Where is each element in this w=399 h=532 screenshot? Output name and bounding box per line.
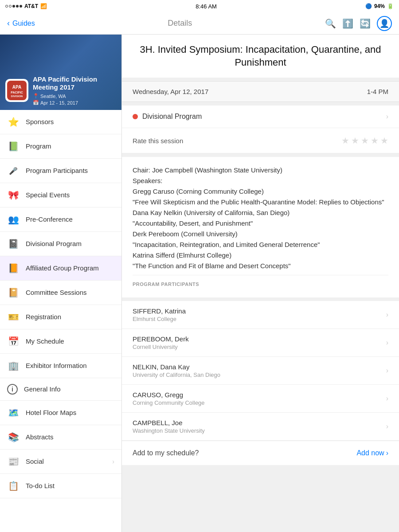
participant-info-3: CARUSO, Gregg Corning Community College <box>133 391 205 406</box>
participant-name-1: PEREBOOM, Derk <box>133 335 189 343</box>
app-location: 📍 Seattle, WA <box>33 93 116 99</box>
sidebar-item-my-schedule[interactable]: 📅 My Schedule <box>0 329 121 354</box>
battery-label: 94% <box>374 3 385 9</box>
star-3-icon[interactable]: ★ <box>361 135 369 146</box>
sidebar-item-todo[interactable]: 📋 To-do List <box>0 474 121 498</box>
exhibitor-icon: 🏢 <box>7 360 20 372</box>
participant-chevron-0: › <box>386 311 388 319</box>
search-icon[interactable]: 🔍 <box>325 18 336 29</box>
divisional-program-label: Divisional Program <box>26 240 82 248</box>
hotel-maps-label: Hotel Floor Maps <box>26 409 76 417</box>
participant-info-1: PEREBOOM, Derk Cornell University <box>133 335 189 350</box>
participant-info-0: SIFFERD, Katrina Elmhurst College <box>133 307 186 322</box>
status-time: 8:46 AM <box>196 3 217 10</box>
special-events-icon: 🎀 <box>7 189 20 201</box>
app-header: APA PACIFIC DIVISION APA Pacific Divisio… <box>0 35 121 110</box>
app-info: APA Pacific Division Meeting 2017 📍 Seat… <box>33 75 116 106</box>
session-date: Wednesday, Apr 12, 2017 <box>133 88 208 95</box>
back-label[interactable]: Guides <box>12 20 35 27</box>
sponsors-icon: ⭐ <box>7 116 20 128</box>
calendar-icon: 📅 <box>33 100 39 106</box>
sidebar-item-registration[interactable]: 🎫 Registration <box>0 305 121 329</box>
add-now-label[interactable]: Add now <box>356 449 384 457</box>
rate-row: Rate this session ★ ★ ★ ★ ★ <box>122 128 399 153</box>
participant-affil-3: Corning Community College <box>133 399 205 406</box>
profile-icon[interactable]: 👤 <box>377 16 392 31</box>
wifi-icon: 📶 <box>40 3 47 9</box>
program-participants-icon: 🎤 <box>7 164 20 177</box>
svg-text:DIVISION: DIVISION <box>11 95 23 98</box>
participant-row-0[interactable]: SIFFERD, Katrina Elmhurst College › <box>122 301 399 329</box>
social-icon: 📰 <box>7 455 20 468</box>
star-rating[interactable]: ★ ★ ★ ★ ★ <box>341 135 388 146</box>
back-button[interactable]: ‹ Guides <box>7 19 35 28</box>
sidebar-item-sponsors[interactable]: ⭐ Sponsors <box>0 110 121 134</box>
app-dates: 📅 Apr 12 - 15, 2017 <box>33 100 116 106</box>
divisional-program-row[interactable]: Divisional Program › <box>122 106 399 128</box>
description-text: Chair: Joe Campbell (Washington State Un… <box>133 165 388 271</box>
sidebar-item-affiliated-group[interactable]: 📙 Affiliated Group Program <box>0 256 121 281</box>
participant-info-2: NELKIN, Dana Kay University of Californi… <box>133 363 220 378</box>
sidebar-item-abstracts[interactable]: 📚 Abstracts <box>0 425 121 450</box>
participant-chevron-4: › <box>386 422 388 430</box>
participant-row-4[interactable]: CAMPBELL, Joe Washington State Universit… <box>122 413 399 441</box>
sponsors-label: Sponsors <box>26 118 54 126</box>
signal-strength <box>5 5 22 8</box>
content-area: 3H. Invited Symposium: Incapacitation, Q… <box>122 35 399 532</box>
sidebar-item-program[interactable]: 📗 Program <box>0 134 121 159</box>
my-schedule-icon: 📅 <box>7 335 20 348</box>
participant-info-4: CAMPBELL, Joe Washington State Universit… <box>133 419 205 434</box>
sidebar-item-pre-conference[interactable]: 👥 Pre-Conference <box>0 207 121 232</box>
social-label: Social <box>26 458 44 466</box>
sidebar-item-program-participants[interactable]: 🎤 Program Participants <box>0 159 121 183</box>
todo-label: To-do List <box>26 482 55 490</box>
sidebar-item-special-events[interactable]: 🎀 Special Events <box>0 183 121 207</box>
nav-actions: 🔍 ⬆️ 🔄 👤 <box>325 16 392 31</box>
add-now-button[interactable]: Add now › <box>356 449 388 457</box>
status-right: 🔵 94% 🔋 <box>365 3 394 9</box>
sidebar-item-divisional-program[interactable]: 📓 Divisional Program <box>0 232 121 256</box>
participants-header: PROGRAM PARTICIPANTS <box>133 275 388 289</box>
participant-row-2[interactable]: NELKIN, Dana Kay University of Californi… <box>122 357 399 385</box>
participant-affil-4: Washington State University <box>133 427 205 434</box>
todo-icon: 📋 <box>7 480 20 492</box>
sidebar-item-committee-sessions[interactable]: 📔 Committee Sessions <box>0 281 121 305</box>
sidebar-item-hotel-maps[interactable]: 🗺️ Hotel Floor Maps <box>0 401 121 425</box>
participant-chevron-2: › <box>386 367 388 375</box>
registration-label: Registration <box>26 313 61 321</box>
committee-sessions-label: Committee Sessions <box>26 289 87 297</box>
sidebar-item-general-info[interactable]: i General Info <box>0 378 121 401</box>
sidebar: APA PACIFIC DIVISION APA Pacific Divisio… <box>0 35 122 532</box>
status-left: AT&T 📶 <box>5 3 47 9</box>
sidebar-item-social[interactable]: 📰 Social › <box>0 450 121 474</box>
sidebar-nav: ⭐ Sponsors 📗 Program 🎤 Program Participa… <box>0 110 121 498</box>
committee-sessions-icon: 📔 <box>7 286 20 299</box>
main-layout: APA PACIFIC DIVISION APA Pacific Divisio… <box>0 35 399 532</box>
participant-chevron-3: › <box>386 395 388 403</box>
star-4-icon[interactable]: ★ <box>371 135 379 146</box>
participant-name-3: CARUSO, Gregg <box>133 391 205 399</box>
svg-text:PACIFIC: PACIFIC <box>11 91 23 94</box>
star-5-icon[interactable]: ★ <box>380 135 388 146</box>
program-row-chevron-icon: › <box>386 113 388 121</box>
apa-logo: APA PACIFIC DIVISION <box>7 81 27 100</box>
divisional-program-icon: 📓 <box>7 238 20 250</box>
abstracts-icon: 📚 <box>7 431 20 443</box>
participant-name-2: NELKIN, Dana Kay <box>133 363 220 371</box>
status-bar: AT&T 📶 8:46 AM 🔵 94% 🔋 <box>0 0 399 12</box>
general-info-label: General Info <box>24 385 61 393</box>
star-1-icon[interactable]: ★ <box>341 135 349 146</box>
add-schedule-row[interactable]: Add to my schedule? Add now › <box>122 441 399 465</box>
nav-title: Details <box>168 19 192 28</box>
participant-row-1[interactable]: PEREBOOM, Derk Cornell University › <box>122 329 399 357</box>
affiliated-group-icon: 📙 <box>7 262 20 274</box>
share-icon[interactable]: ⬆️ <box>342 18 353 29</box>
sidebar-item-exhibitor[interactable]: 🏢 Exhibitor Information <box>0 354 121 378</box>
star-2-icon[interactable]: ★ <box>351 135 359 146</box>
affiliated-group-label: Affiliated Group Program <box>26 264 99 272</box>
battery-icon: 🔋 <box>387 3 394 9</box>
refresh-icon[interactable]: 🔄 <box>360 18 371 29</box>
participant-row-3[interactable]: CARUSO, Gregg Corning Community College … <box>122 385 399 413</box>
description-block: Chair: Joe Campbell (Washington State Un… <box>122 157 399 297</box>
session-title: 3H. Invited Symposium: Incapacitation, Q… <box>133 43 388 69</box>
